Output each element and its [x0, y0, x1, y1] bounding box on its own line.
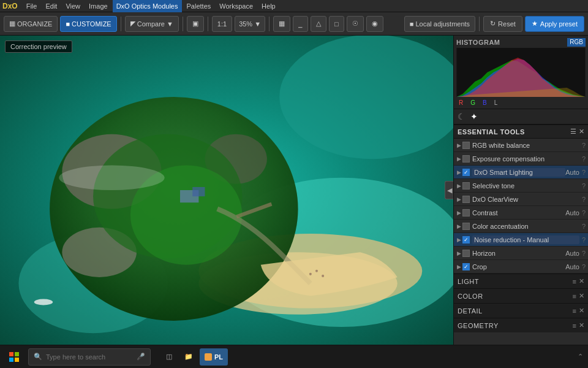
- crop-tool-button[interactable]: ▦: [273, 16, 290, 32]
- zoom-level[interactable]: 35% ▼: [235, 16, 265, 32]
- tool-checkbox-contrast[interactable]: [462, 209, 470, 217]
- histogram-g-channel[interactable]: G: [468, 99, 478, 106]
- taskbar-icons: ◫ 📁 PL: [160, 348, 228, 366]
- category-close-icon-color[interactable]: ✕: [579, 292, 584, 300]
- taskbar-search-input[interactable]: [46, 353, 133, 361]
- tool-row-selective-tone[interactable]: ▶Selective tone?: [454, 179, 588, 193]
- tool-row-crop[interactable]: ▶✓CropAuto?: [454, 260, 588, 274]
- menu-dxo-optics[interactable]: DxO Optics Modules: [113, 0, 182, 12]
- tool-help-rgb-white-balance[interactable]: ?: [582, 142, 586, 149]
- zoom-fit-label: 1:1: [217, 20, 227, 28]
- category-close-icon-geometry[interactable]: ✕: [579, 321, 584, 329]
- customize-button[interactable]: ■ CUSTOMIZE: [60, 16, 116, 32]
- straighten-tool-button[interactable]: ⎯: [293, 16, 308, 32]
- tool-checkbox-selective-tone[interactable]: [462, 182, 470, 190]
- compare-label: Compare: [137, 20, 165, 28]
- moon-toggle[interactable]: ☾: [458, 112, 466, 121]
- tool-checkbox-noise-reduction-manual[interactable]: ✓: [462, 236, 470, 243]
- tool-row-exposure-compensation[interactable]: ▶Exposure compensation?: [454, 152, 588, 166]
- tool-help-dxo-clearview[interactable]: ?: [582, 196, 586, 203]
- grid-icon: ▦: [9, 20, 15, 28]
- histogram-section: HISTOGRAM RGB R G B L: [454, 36, 588, 109]
- menu-view[interactable]: View: [62, 0, 84, 12]
- file-explorer-button[interactable]: 📁: [180, 348, 197, 366]
- view-mode-button[interactable]: ▣: [187, 16, 204, 32]
- menu-image[interactable]: Image: [85, 0, 111, 12]
- essential-tools-close-icon[interactable]: ✕: [579, 128, 584, 136]
- menu-workspace[interactable]: Workspace: [216, 0, 257, 12]
- category-controls-color: ≡✕: [573, 292, 584, 300]
- tool-row-dxo-smart-lighting[interactable]: ▶✓DxO Smart LightingAuto?: [454, 166, 588, 179]
- category-controls-geometry: ≡✕: [573, 321, 584, 329]
- tool-help-exposure-compensation[interactable]: ?: [582, 155, 586, 163]
- tool-checkbox-dxo-clearview[interactable]: [462, 196, 470, 203]
- color-picker-button[interactable]: △: [311, 16, 326, 32]
- tool-help-noise-reduction-manual[interactable]: ?: [582, 236, 586, 243]
- zoom-fit-button[interactable]: 1:1: [212, 16, 232, 32]
- tool-help-contrast[interactable]: ?: [582, 209, 586, 217]
- tool-help-horizon[interactable]: ?: [582, 250, 586, 257]
- category-row-geometry[interactable]: GEOMETRY≡✕: [454, 318, 588, 332]
- tool-checkbox-color-accentuation[interactable]: [462, 223, 470, 230]
- local-adjustments-button[interactable]: ■ Local adjustments: [404, 16, 475, 32]
- svg-point-15: [59, 165, 164, 190]
- eraser-button[interactable]: □: [329, 16, 344, 32]
- category-row-light[interactable]: LIGHT≡✕: [454, 274, 588, 288]
- eye-button[interactable]: ◉: [366, 16, 383, 32]
- reset-icon: ↻: [490, 20, 496, 28]
- category-close-icon-detail[interactable]: ✕: [579, 307, 584, 315]
- category-row-color[interactable]: COLOR≡✕: [454, 288, 588, 303]
- organize-button[interactable]: ▦ ORGANIZE: [4, 16, 58, 32]
- menu-help[interactable]: Help: [258, 0, 279, 12]
- tool-help-dxo-smart-lighting[interactable]: ?: [582, 169, 586, 176]
- start-button[interactable]: [5, 348, 23, 366]
- tool-help-selective-tone[interactable]: ?: [582, 182, 586, 190]
- tool-help-crop[interactable]: ?: [582, 263, 586, 270]
- tool-help-color-accentuation[interactable]: ?: [582, 223, 586, 230]
- tool-checkbox-horizon[interactable]: [462, 250, 470, 257]
- mask-button[interactable]: ☉: [347, 16, 364, 32]
- tool-expand-selective-tone: ▶: [455, 183, 462, 189]
- tool-row-color-accentuation[interactable]: ▶Color accentuation?: [454, 220, 588, 233]
- tool-checkbox-exposure-compensation[interactable]: [462, 155, 470, 163]
- essential-tools-header: ESSENTIAL TOOLS ☰ ✕: [454, 125, 588, 139]
- histogram-l-channel[interactable]: L: [492, 99, 500, 106]
- tool-row-contrast[interactable]: ▶ContrastAuto?: [454, 206, 588, 220]
- zoom-percent-label: 35%: [239, 20, 252, 28]
- tool-checkbox-dxo-smart-lighting[interactable]: ✓: [462, 169, 470, 176]
- tool-row-rgb-white-balance[interactable]: ▶RGB white balance?: [454, 139, 588, 152]
- sun-toggle[interactable]: ✦: [470, 112, 478, 121]
- tool-row-dxo-clearview[interactable]: ▶DxO ClearView?: [454, 193, 588, 206]
- image-viewport[interactable]: [0, 36, 453, 345]
- tool-name-rgb-white-balance: RGB white balance: [472, 142, 579, 149]
- task-view-button[interactable]: ◫: [160, 348, 178, 366]
- tool-row-horizon[interactable]: ▶HorizonAuto?: [454, 247, 588, 260]
- menu-file[interactable]: File: [23, 0, 41, 12]
- category-menu-icon-light[interactable]: ≡: [573, 278, 576, 285]
- apply-preset-button[interactable]: ★ Apply preset: [525, 16, 584, 32]
- category-close-icon-light[interactable]: ✕: [579, 277, 584, 285]
- essential-tools-menu-icon[interactable]: ☰: [570, 128, 576, 136]
- histogram-r-channel[interactable]: R: [456, 99, 466, 106]
- compare-button[interactable]: ◤ Compare ▼: [125, 16, 179, 32]
- panel-collapse-arrow[interactable]: ◀: [445, 181, 453, 199]
- menu-palettes[interactable]: Palettes: [183, 0, 215, 12]
- dxo-app-button[interactable]: PL: [200, 348, 228, 366]
- category-menu-icon-geometry[interactable]: ≡: [573, 322, 576, 329]
- tool-checkbox-crop[interactable]: ✓: [462, 263, 470, 270]
- tool-row-noise-reduction-manual[interactable]: ▶✓Noise reduction - Manual?: [454, 233, 588, 247]
- category-title-light: LIGHT: [458, 278, 479, 285]
- tool-checkbox-rgb-white-balance[interactable]: [462, 142, 470, 149]
- chevron-down-icon: ▼: [167, 20, 173, 28]
- taskbar: 🔍 🎤 ◫ 📁 PL ⌃: [0, 345, 588, 368]
- taskbar-chevron-icon[interactable]: ⌃: [578, 353, 583, 361]
- category-menu-icon-color[interactable]: ≡: [573, 293, 576, 300]
- histogram-rgb-button[interactable]: RGB: [567, 38, 586, 47]
- menu-edit[interactable]: Edit: [42, 0, 61, 12]
- category-menu-icon-detail[interactable]: ≡: [573, 307, 576, 315]
- reset-button[interactable]: ↻ Reset: [483, 16, 522, 32]
- category-row-detail[interactable]: DETAIL≡✕: [454, 303, 588, 318]
- histogram-b-channel[interactable]: B: [480, 99, 489, 106]
- taskbar-search[interactable]: 🔍 🎤: [28, 348, 151, 366]
- task-view-icon: ◫: [166, 353, 172, 361]
